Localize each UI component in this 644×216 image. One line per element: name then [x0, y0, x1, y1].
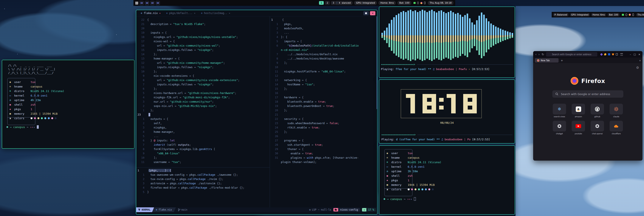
tab-new-tab[interactable]: New Tab	[535, 58, 558, 63]
workspace-button-2[interactable]: 2	[325, 1, 330, 5]
shortcut-tile-chat-openai[interactable]: chat.openai	[590, 121, 604, 135]
reload-button[interactable]: ↻	[542, 53, 544, 56]
shortcut-tile-claude[interactable]: claude	[610, 104, 623, 118]
code-line: 2 modulesPath,	[270, 26, 377, 31]
visualizer-bar	[424, 10, 426, 61]
workspace-button-1[interactable]: 1	[319, 1, 324, 5]
tab-close-icon[interactable]: ×	[194, 12, 196, 15]
neovim-window[interactable]: ❄flake.nix×❄pkgs/default...×❄hosts/isoIm…	[136, 10, 378, 215]
tag-icon[interactable]: $W	[156, 1, 160, 5]
system-tray	[413, 2, 426, 4]
visualizer-bar	[478, 10, 480, 61]
url-bar[interactable]: Search with Google or enter address	[546, 52, 597, 57]
visualizer-bar	[443, 10, 444, 61]
firefox-logo-icon	[570, 77, 578, 85]
wallpaper-stars	[4, 9, 5, 9]
terminal-window-fastfetch-right[interactable]: ◉usertux≡hnamecanopus❄distroNixOS 24.11 …	[379, 145, 515, 215]
code-line: 10 ];	[136, 156, 270, 160]
tabline-toggle-button[interactable]	[363, 11, 369, 15]
shortcut-tile-amazon[interactable]: aamazon	[572, 104, 585, 118]
tab-close-icon[interactable]: ×	[159, 12, 161, 15]
android-tray-icon[interactable]	[622, 14, 624, 16]
forward-button[interactable]: ›	[538, 53, 540, 56]
visualizer-bar	[391, 10, 392, 61]
editor-tab-flake-nix[interactable]: ❄flake.nix×	[138, 10, 163, 16]
color-dot	[408, 188, 410, 190]
fire-tray-icon[interactable]	[420, 2, 422, 4]
extension-bitwarden-icon[interactable]	[608, 53, 610, 55]
firefox-wordmark: Firefox	[581, 78, 605, 84]
new-tab-button[interactable]: +	[561, 59, 563, 62]
code-line: 15 inputs.nixpkgs.follows = "nixpkgs";	[136, 48, 270, 52]
menu-hamburger-icon[interactable]	[620, 53, 623, 56]
tab-list-chevron-icon[interactable]: ∨	[639, 59, 641, 62]
search-icon	[555, 92, 558, 96]
tag-icon[interactable]: $W	[140, 1, 144, 5]
tab-strip: New Tab + ∨	[533, 58, 642, 63]
terminal-window-cava[interactable]: =====================> Playing: ffee for…	[379, 7, 515, 78]
editor-tab-hosts-isoImag-[interactable]: ❄hosts/isoImag..×	[198, 10, 233, 16]
command-line[interactable]	[136, 212, 377, 214]
shortcut-tile-cloudflare[interactable]: cloudflare	[610, 121, 623, 135]
minimize-button[interactable]: –	[630, 53, 631, 56]
android-tray-icon[interactable]	[414, 2, 416, 4]
back-button[interactable]: ‹	[535, 53, 536, 56]
terminal-window-fastfetch[interactable]: /\ /\ _ _ _ _ ____ ___ \ \/ /\| |/ / |/ …	[2, 60, 134, 149]
code-line: 27 programs = {	[270, 138, 377, 143]
terminal-window-clock[interactable]: 08/08/24 =====================> Playing:…	[379, 79, 515, 144]
shell-prompt[interactable]: ☻ → canopus ~ ›››	[384, 197, 510, 201]
app-grid-icon[interactable]	[135, 2, 138, 5]
tab-close-icon[interactable]: ×	[229, 12, 230, 15]
code-line: 2 tux-nvim-config = pkgs.callPackage ./n…	[136, 177, 270, 181]
scrollbar[interactable]	[376, 16, 377, 109]
firefox-window[interactable]: ‹ › ↻ Search with Google or enter addres…	[533, 51, 642, 161]
maximize-button[interactable]: □	[634, 53, 636, 56]
code-line: 9 ];	[270, 61, 377, 65]
workspace-button-3[interactable]: 3	[331, 1, 336, 5]
shortcut-tile-search-nixos[interactable]: ❄search.nixos	[553, 104, 566, 118]
close-button[interactable]: ×	[638, 53, 640, 56]
clock-digit	[422, 94, 436, 113]
shortcut-tile-chatgpt[interactable]: chatgpt	[553, 121, 566, 135]
code-line: 31 plugins = with pkgs.xfce; [thunar-arc…	[270, 156, 377, 160]
buffer-tabline: ❄flake.nix×❄pkgs/default...×❄hosts/isoIm…	[136, 10, 377, 16]
editor-pane-pkgs-default-nix[interactable]: 1{pkgs, ...}: {1 tux-awesome-wm-config =…	[136, 167, 270, 207]
extension-metamask-icon[interactable]	[612, 53, 614, 55]
youtube-play-icon	[576, 124, 581, 128]
editor-pane-flake-nix[interactable]: 22{21 description = "tux's NixOS Flake";…	[136, 16, 270, 167]
personalize-gear-icon[interactable]: ⚙	[636, 66, 639, 70]
visualizer-bar	[400, 10, 402, 61]
workspace-button-4[interactable]: 4	[337, 1, 342, 5]
extension-diamond-icon[interactable]	[600, 53, 603, 56]
shell-prompt[interactable]: ☻ → canopus ~ ›››	[6, 125, 130, 129]
extension-page-icon[interactable]	[616, 53, 618, 55]
bluetooth-tray-icon[interactable]	[417, 2, 419, 4]
visualizer-bar	[455, 10, 456, 61]
visualizer-bar	[408, 10, 409, 61]
clock-digit	[406, 94, 420, 113]
code-line: 12 url = "github:nix-community/home-mana…	[136, 61, 270, 65]
code-line: 20	[136, 26, 270, 31]
fire-tray-icon[interactable]	[629, 14, 631, 16]
tag-icon[interactable]: $W	[150, 1, 154, 5]
shortcut-tile-github[interactable]: github	[590, 104, 604, 118]
visualizer-bar	[410, 10, 411, 61]
editor-tab-pkgs-default-[interactable]: ❄pkgs/default...×	[163, 10, 198, 16]
phone-tray-icon[interactable]	[424, 2, 426, 4]
visualizer-bar	[414, 10, 416, 61]
editor-pane-iso-image[interactable]: 1{1 pkgs,2 modulesPath,3 ...4}: {5 impor…	[270, 16, 377, 207]
visualizer-bar	[495, 10, 496, 61]
visualizer-bar	[502, 10, 504, 61]
tabline-close-button[interactable]: ×	[370, 11, 376, 15]
status-pill: Home: 8ms	[378, 1, 396, 5]
tag-icon[interactable]: $W	[145, 1, 149, 5]
phone-tray-icon[interactable]	[632, 14, 634, 16]
shortcut-tile-youtube[interactable]: youtube	[572, 121, 585, 135]
extension-ublock-icon[interactable]	[604, 53, 606, 55]
code-line: 3 nixpkgs,	[136, 125, 270, 130]
code-line: 18 bluetooth.enable = true;	[270, 100, 377, 104]
search-input[interactable]: Search with Google or enter address	[552, 90, 623, 98]
bluetooth-tray-icon[interactable]	[626, 14, 627, 16]
code-line: 6 "${modulesPath}/installer/cd-dvd/insta…	[270, 44, 377, 48]
code-line: 1 };	[136, 108, 270, 113]
